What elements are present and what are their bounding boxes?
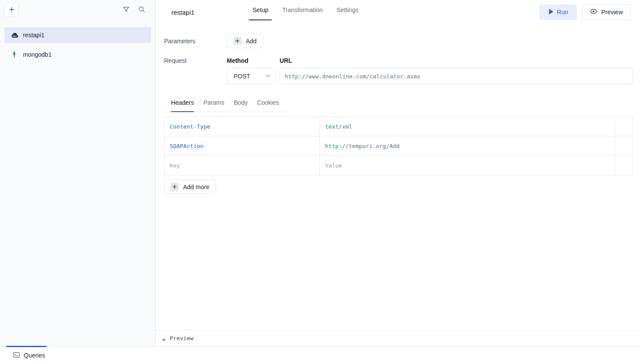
request-fields: Method POST URL http://www.dneonline.com… [227, 57, 633, 84]
add-parameter-button[interactable]: Add [227, 34, 263, 48]
header-row [164, 155, 633, 175]
header-value-field[interactable]: http://tempuri.org/Add [319, 136, 615, 155]
rest-api-cloud-icon: REST [10, 32, 19, 39]
plus-icon [9, 6, 15, 14]
bottom-tab-queries[interactable]: Queries [13, 352, 45, 359]
query-list: REST restapi1 mongodb1 [0, 20, 155, 62]
tab-params[interactable]: Params [203, 97, 224, 112]
tab-settings[interactable]: Settings [333, 0, 362, 20]
mongodb-leaf-icon [10, 51, 19, 58]
header-row-actions [615, 116, 633, 136]
preview-button[interactable]: Preview [582, 4, 631, 20]
chevron-down-icon [264, 72, 271, 81]
header-key-field[interactable]: Content-Type [164, 116, 319, 136]
url-input[interactable]: http://www.dneonline.com/calculator.asmx [280, 68, 633, 84]
filter-icon [123, 6, 129, 14]
filter-button[interactable] [123, 6, 129, 14]
response-preview-toggle[interactable]: Preview [156, 330, 641, 346]
add-query-button[interactable] [4, 3, 19, 17]
tab-headers[interactable]: Headers [171, 97, 194, 112]
plus-square-icon [171, 183, 179, 191]
preview-toggle-label: Preview [170, 335, 193, 341]
tab-cookies[interactable]: Cookies [257, 97, 279, 112]
add-more-section: Add more [164, 180, 633, 194]
header-value-head: http [325, 143, 338, 149]
header-value-rest: /xml [338, 123, 352, 130]
add-more-label: Add more [183, 184, 209, 190]
delete-header-button[interactable] [615, 136, 633, 155]
delete-header-button[interactable] [615, 155, 633, 175]
collapse-up-icon [162, 335, 166, 342]
tab-setup[interactable]: Setup [249, 0, 272, 20]
header-key-field[interactable]: SOAPAction [164, 136, 319, 155]
workspace: REST restapi1 mongodb1 restapi1 Setup T [0, 0, 641, 346]
delete-header-button[interactable] [615, 116, 633, 136]
trash-icon [615, 136, 633, 155]
header-value-input[interactable] [325, 162, 609, 169]
query-item-label: mongodb1 [23, 51, 52, 58]
queries-label: Queries [24, 352, 45, 359]
plus-square-icon [233, 37, 242, 45]
active-tab-indicator [6, 346, 47, 347]
svg-text:REST: REST [13, 35, 17, 37]
search-button[interactable] [139, 6, 145, 14]
preview-button-label: Preview [601, 9, 623, 16]
header-row-actions [615, 155, 633, 175]
main-topbar: restapi1 Setup Transformation Settings R… [156, 0, 641, 24]
header-value-head: text [325, 123, 338, 130]
editor-mode-tabs: Setup Transformation Settings [249, 0, 362, 20]
run-button[interactable]: Run [539, 4, 577, 20]
request-config-tabs: Headers Params Body Cookies [164, 97, 287, 112]
headers-table: Content-Type text/xml SOAPAction [164, 116, 633, 175]
method-select[interactable]: POST [227, 68, 276, 84]
method-field: Method POST [227, 57, 276, 84]
header-row: Content-Type text/xml [164, 116, 633, 136]
url-scheme: http [285, 73, 298, 80]
trash-icon [615, 116, 633, 136]
topbar-actions: Run Preview [539, 4, 631, 20]
setup-panel: Parameters Add Request Method [156, 24, 641, 330]
sidebar-toolbar [0, 0, 155, 20]
parameters-section: Parameters Add [164, 34, 633, 48]
tab-transformation[interactable]: Transformation [279, 0, 326, 20]
app-window: REST restapi1 mongodb1 restapi1 Setup T [0, 0, 641, 364]
tab-body[interactable]: Body [234, 97, 248, 112]
query-item-label: restapi1 [23, 32, 45, 39]
request-label: Request [164, 57, 227, 64]
sidebar: REST restapi1 mongodb1 [0, 0, 156, 346]
search-icon [139, 6, 145, 14]
method-label: Method [227, 57, 276, 64]
eye-icon [590, 9, 597, 16]
header-row-actions [615, 136, 633, 155]
header-value-rest: ://tempuri.org/Add [338, 143, 399, 149]
url-rest: ://www.dneonline.com/calculator.asmx [298, 73, 420, 80]
header-value-field[interactable]: text/xml [319, 116, 615, 136]
header-key-input[interactable] [170, 162, 314, 169]
queries-icon [13, 352, 20, 359]
query-item-restapi1[interactable]: REST restapi1 [4, 27, 151, 43]
header-row: SOAPAction http://tempuri.org/Add [164, 136, 633, 155]
play-icon [548, 9, 553, 16]
query-item-mongodb1[interactable]: mongodb1 [4, 47, 151, 62]
query-title: restapi1 [171, 9, 194, 16]
run-button-label: Run [557, 9, 568, 16]
trash-icon [615, 155, 633, 175]
add-more-button[interactable]: Add more [164, 180, 216, 194]
url-field: URL http://www.dneonline.com/calculator.… [280, 57, 633, 84]
sidebar-toolbar-icons [123, 6, 145, 14]
url-label: URL [280, 57, 633, 64]
header-key-cell [164, 155, 319, 175]
parameters-label: Parameters [164, 38, 227, 45]
bottom-bar: Queries [0, 346, 641, 364]
header-value-cell [319, 155, 615, 175]
main-panel: restapi1 Setup Transformation Settings R… [156, 0, 641, 346]
method-selected-value: POST [234, 73, 250, 80]
add-parameter-label: Add [246, 38, 257, 45]
request-section: Request Method POST URL [164, 57, 633, 84]
